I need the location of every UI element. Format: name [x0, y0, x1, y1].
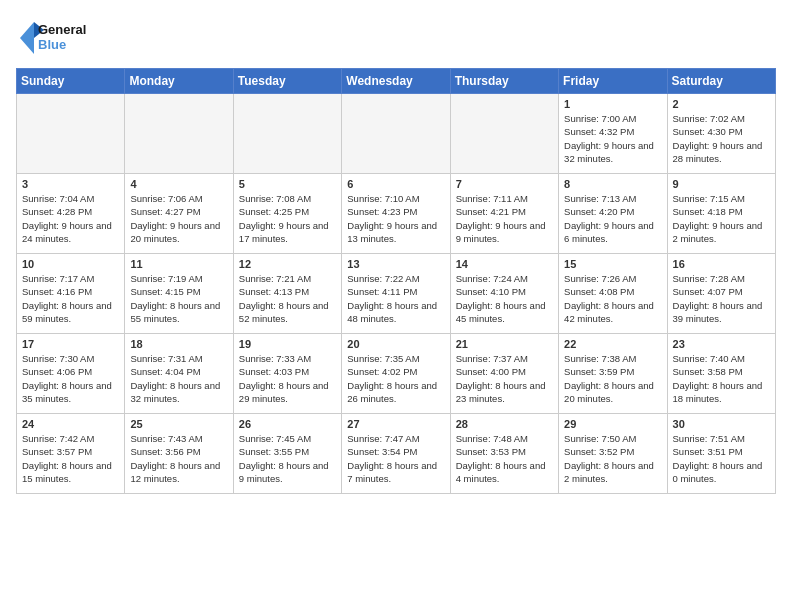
svg-text:Blue: Blue — [38, 37, 66, 52]
day-number: 21 — [456, 338, 553, 350]
day-header-saturday: Saturday — [667, 69, 775, 94]
day-info: Sunrise: 7:10 AM Sunset: 4:23 PM Dayligh… — [347, 192, 444, 245]
calendar-cell: 21Sunrise: 7:37 AM Sunset: 4:00 PM Dayli… — [450, 334, 558, 414]
day-info: Sunrise: 7:51 AM Sunset: 3:51 PM Dayligh… — [673, 432, 770, 485]
day-number: 22 — [564, 338, 661, 350]
calendar-cell: 8Sunrise: 7:13 AM Sunset: 4:20 PM Daylig… — [559, 174, 667, 254]
calendar-cell: 18Sunrise: 7:31 AM Sunset: 4:04 PM Dayli… — [125, 334, 233, 414]
day-number: 13 — [347, 258, 444, 270]
calendar-cell: 12Sunrise: 7:21 AM Sunset: 4:13 PM Dayli… — [233, 254, 341, 334]
day-info: Sunrise: 7:37 AM Sunset: 4:00 PM Dayligh… — [456, 352, 553, 405]
calendar-cell: 1Sunrise: 7:00 AM Sunset: 4:32 PM Daylig… — [559, 94, 667, 174]
calendar-cell: 15Sunrise: 7:26 AM Sunset: 4:08 PM Dayli… — [559, 254, 667, 334]
calendar-cell: 5Sunrise: 7:08 AM Sunset: 4:25 PM Daylig… — [233, 174, 341, 254]
day-header-tuesday: Tuesday — [233, 69, 341, 94]
day-info: Sunrise: 7:22 AM Sunset: 4:11 PM Dayligh… — [347, 272, 444, 325]
day-info: Sunrise: 7:30 AM Sunset: 4:06 PM Dayligh… — [22, 352, 119, 405]
calendar-cell — [233, 94, 341, 174]
day-info: Sunrise: 7:26 AM Sunset: 4:08 PM Dayligh… — [564, 272, 661, 325]
calendar-week-4: 17Sunrise: 7:30 AM Sunset: 4:06 PM Dayli… — [17, 334, 776, 414]
logo-image: General Blue — [16, 16, 116, 60]
calendar-cell: 29Sunrise: 7:50 AM Sunset: 3:52 PM Dayli… — [559, 414, 667, 494]
day-info: Sunrise: 7:04 AM Sunset: 4:28 PM Dayligh… — [22, 192, 119, 245]
day-info: Sunrise: 7:28 AM Sunset: 4:07 PM Dayligh… — [673, 272, 770, 325]
day-info: Sunrise: 7:15 AM Sunset: 4:18 PM Dayligh… — [673, 192, 770, 245]
day-number: 5 — [239, 178, 336, 190]
calendar-cell — [125, 94, 233, 174]
calendar-week-2: 3Sunrise: 7:04 AM Sunset: 4:28 PM Daylig… — [17, 174, 776, 254]
calendar-cell: 3Sunrise: 7:04 AM Sunset: 4:28 PM Daylig… — [17, 174, 125, 254]
day-number: 3 — [22, 178, 119, 190]
day-number: 2 — [673, 98, 770, 110]
day-number: 11 — [130, 258, 227, 270]
calendar-cell — [17, 94, 125, 174]
calendar-cell: 28Sunrise: 7:48 AM Sunset: 3:53 PM Dayli… — [450, 414, 558, 494]
day-number: 15 — [564, 258, 661, 270]
day-info: Sunrise: 7:06 AM Sunset: 4:27 PM Dayligh… — [130, 192, 227, 245]
calendar-cell — [450, 94, 558, 174]
day-header-friday: Friday — [559, 69, 667, 94]
day-info: Sunrise: 7:38 AM Sunset: 3:59 PM Dayligh… — [564, 352, 661, 405]
day-number: 24 — [22, 418, 119, 430]
day-header-monday: Monday — [125, 69, 233, 94]
day-info: Sunrise: 7:19 AM Sunset: 4:15 PM Dayligh… — [130, 272, 227, 325]
calendar-cell: 14Sunrise: 7:24 AM Sunset: 4:10 PM Dayli… — [450, 254, 558, 334]
calendar-cell: 13Sunrise: 7:22 AM Sunset: 4:11 PM Dayli… — [342, 254, 450, 334]
day-info: Sunrise: 7:50 AM Sunset: 3:52 PM Dayligh… — [564, 432, 661, 485]
day-info: Sunrise: 7:21 AM Sunset: 4:13 PM Dayligh… — [239, 272, 336, 325]
day-number: 20 — [347, 338, 444, 350]
calendar-cell: 10Sunrise: 7:17 AM Sunset: 4:16 PM Dayli… — [17, 254, 125, 334]
day-number: 6 — [347, 178, 444, 190]
calendar-cell: 11Sunrise: 7:19 AM Sunset: 4:15 PM Dayli… — [125, 254, 233, 334]
calendar-week-3: 10Sunrise: 7:17 AM Sunset: 4:16 PM Dayli… — [17, 254, 776, 334]
calendar-cell: 16Sunrise: 7:28 AM Sunset: 4:07 PM Dayli… — [667, 254, 775, 334]
calendar-cell: 7Sunrise: 7:11 AM Sunset: 4:21 PM Daylig… — [450, 174, 558, 254]
day-info: Sunrise: 7:47 AM Sunset: 3:54 PM Dayligh… — [347, 432, 444, 485]
svg-marker-0 — [20, 22, 34, 54]
day-info: Sunrise: 7:48 AM Sunset: 3:53 PM Dayligh… — [456, 432, 553, 485]
day-info: Sunrise: 7:31 AM Sunset: 4:04 PM Dayligh… — [130, 352, 227, 405]
day-number: 25 — [130, 418, 227, 430]
day-number: 26 — [239, 418, 336, 430]
day-number: 19 — [239, 338, 336, 350]
day-info: Sunrise: 7:42 AM Sunset: 3:57 PM Dayligh… — [22, 432, 119, 485]
day-info: Sunrise: 7:40 AM Sunset: 3:58 PM Dayligh… — [673, 352, 770, 405]
day-number: 12 — [239, 258, 336, 270]
day-number: 27 — [347, 418, 444, 430]
calendar-week-1: 1Sunrise: 7:00 AM Sunset: 4:32 PM Daylig… — [17, 94, 776, 174]
day-info: Sunrise: 7:11 AM Sunset: 4:21 PM Dayligh… — [456, 192, 553, 245]
calendar-cell: 19Sunrise: 7:33 AM Sunset: 4:03 PM Dayli… — [233, 334, 341, 414]
day-header-sunday: Sunday — [17, 69, 125, 94]
day-number: 8 — [564, 178, 661, 190]
day-number: 10 — [22, 258, 119, 270]
day-info: Sunrise: 7:02 AM Sunset: 4:30 PM Dayligh… — [673, 112, 770, 165]
calendar-cell: 26Sunrise: 7:45 AM Sunset: 3:55 PM Dayli… — [233, 414, 341, 494]
calendar-cell: 30Sunrise: 7:51 AM Sunset: 3:51 PM Dayli… — [667, 414, 775, 494]
day-number: 9 — [673, 178, 770, 190]
day-number: 29 — [564, 418, 661, 430]
day-number: 4 — [130, 178, 227, 190]
day-info: Sunrise: 7:08 AM Sunset: 4:25 PM Dayligh… — [239, 192, 336, 245]
day-info: Sunrise: 7:17 AM Sunset: 4:16 PM Dayligh… — [22, 272, 119, 325]
calendar-table: SundayMondayTuesdayWednesdayThursdayFrid… — [16, 68, 776, 494]
calendar-cell: 25Sunrise: 7:43 AM Sunset: 3:56 PM Dayli… — [125, 414, 233, 494]
day-info: Sunrise: 7:24 AM Sunset: 4:10 PM Dayligh… — [456, 272, 553, 325]
day-number: 18 — [130, 338, 227, 350]
calendar-cell: 22Sunrise: 7:38 AM Sunset: 3:59 PM Dayli… — [559, 334, 667, 414]
day-info: Sunrise: 7:45 AM Sunset: 3:55 PM Dayligh… — [239, 432, 336, 485]
calendar-header-row: SundayMondayTuesdayWednesdayThursdayFrid… — [17, 69, 776, 94]
day-number: 1 — [564, 98, 661, 110]
calendar-cell — [342, 94, 450, 174]
day-info: Sunrise: 7:33 AM Sunset: 4:03 PM Dayligh… — [239, 352, 336, 405]
calendar-cell: 24Sunrise: 7:42 AM Sunset: 3:57 PM Dayli… — [17, 414, 125, 494]
calendar-week-5: 24Sunrise: 7:42 AM Sunset: 3:57 PM Dayli… — [17, 414, 776, 494]
day-number: 16 — [673, 258, 770, 270]
calendar-cell: 23Sunrise: 7:40 AM Sunset: 3:58 PM Dayli… — [667, 334, 775, 414]
calendar-cell: 2Sunrise: 7:02 AM Sunset: 4:30 PM Daylig… — [667, 94, 775, 174]
calendar-cell: 20Sunrise: 7:35 AM Sunset: 4:02 PM Dayli… — [342, 334, 450, 414]
day-info: Sunrise: 7:43 AM Sunset: 3:56 PM Dayligh… — [130, 432, 227, 485]
day-number: 14 — [456, 258, 553, 270]
svg-text:General: General — [38, 22, 86, 37]
day-number: 7 — [456, 178, 553, 190]
day-header-wednesday: Wednesday — [342, 69, 450, 94]
